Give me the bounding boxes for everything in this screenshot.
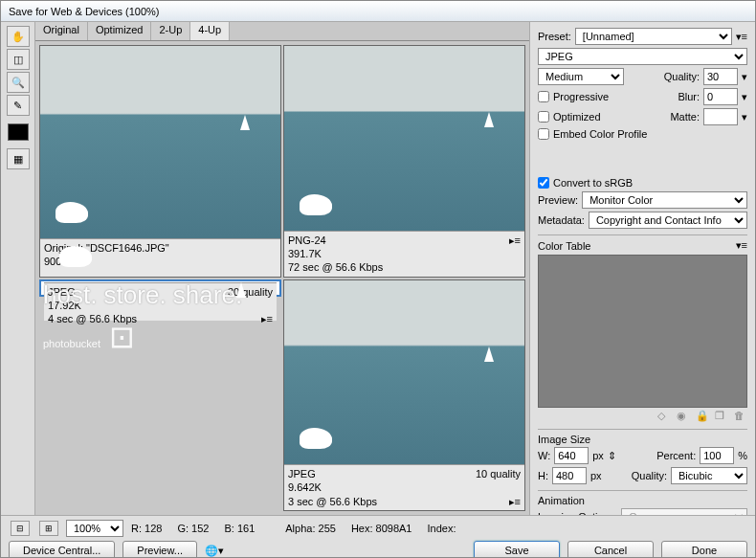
- preview-label: Preview:: [538, 194, 578, 206]
- convert-srgb-label: Convert to sRGB: [553, 177, 633, 189]
- preview-button[interactable]: Preview...: [122, 541, 197, 558]
- width-input[interactable]: [554, 447, 589, 464]
- alpha-value: Alpha: 255: [285, 523, 336, 534]
- window-title: Save for Web & Devices (100%): [9, 6, 160, 17]
- cell-menu-icon[interactable]: ▸≡: [261, 312, 273, 325]
- ct-trash-icon[interactable]: 🗑: [734, 410, 747, 423]
- cell-format: PNG-24: [288, 234, 521, 247]
- preview-jpeg-10[interactable]: 10 quality JPEG 9.642K ▸≡ 3 sec @ 56.6 K…: [283, 279, 525, 512]
- convert-srgb-checkbox[interactable]: [538, 177, 549, 189]
- cancel-button[interactable]: Cancel: [567, 541, 654, 558]
- matte-label: Matte:: [670, 111, 700, 123]
- zoom-in-button[interactable]: ⊞: [39, 521, 58, 536]
- image-size-label: Image Size: [538, 434, 590, 445]
- tab-4up[interactable]: 4-Up: [190, 22, 230, 40]
- optimized-checkbox[interactable]: [538, 111, 549, 123]
- format-select[interactable]: JPEG: [538, 48, 747, 65]
- ct-lock-icon[interactable]: 🔒: [696, 410, 709, 423]
- browser-icon[interactable]: 🌐▾: [205, 545, 224, 557]
- preview-select[interactable]: Monitor Color: [582, 191, 747, 209]
- metadata-label: Metadata:: [538, 214, 585, 226]
- cell-size: 17.92K: [48, 299, 273, 312]
- preset-label: Preset:: [538, 31, 571, 42]
- embed-label: Embed Color Profile: [553, 128, 647, 140]
- save-button[interactable]: Save: [474, 541, 560, 558]
- loop-select: Once: [621, 508, 747, 515]
- eyedropper-tool[interactable]: ✎: [7, 95, 30, 116]
- ct-icon-1[interactable]: ◇: [657, 410, 671, 423]
- g-value: G: 152: [177, 523, 209, 534]
- color-table-menu-icon[interactable]: ▾≡: [736, 239, 747, 252]
- cell-time: 72 sec @ 56.6 Kbps: [288, 260, 521, 274]
- interp-label: Quality:: [632, 470, 667, 481]
- percent-label: Percent:: [656, 450, 696, 461]
- quality-dropdown-icon[interactable]: ▾: [742, 71, 747, 83]
- tab-optimized[interactable]: Optimized: [88, 22, 152, 40]
- hex-value: Hex: 8098A1: [351, 523, 412, 534]
- index-value: Index:: [427, 523, 456, 534]
- height-label: H:: [538, 470, 548, 481]
- progressive-label: Progressive: [553, 91, 609, 102]
- cell-menu-icon[interactable]: ▸≡: [509, 234, 521, 247]
- footer: ⊟ ⊞ 100% R: 128 G: 152 B: 161 Alpha: 255…: [1, 515, 755, 557]
- zoom-out-button[interactable]: ⊟: [11, 521, 30, 536]
- ct-icon-2[interactable]: ◉: [677, 410, 690, 423]
- cell-menu-icon[interactable]: ▸≡: [509, 495, 521, 508]
- matte-swatch[interactable]: [703, 108, 738, 125]
- blur-label: Blur:: [678, 91, 700, 102]
- title-bar: Save for Web & Devices (100%): [1, 1, 755, 22]
- metadata-select[interactable]: Copyright and Contact Info: [589, 212, 747, 229]
- done-button[interactable]: Done: [661, 541, 747, 558]
- blur-input[interactable]: [703, 88, 738, 105]
- color-swatch[interactable]: [8, 123, 29, 141]
- cell-size: 9.642K: [288, 480, 521, 494]
- embed-checkbox[interactable]: [538, 128, 549, 140]
- tool-column: ✋ ◫ 🔍 ✎ ▦: [1, 22, 35, 515]
- slice-tool[interactable]: ◫: [7, 49, 30, 70]
- settings-panel: Preset: [Unnamed] ▾≡ JPEG Medium Quality…: [529, 22, 755, 515]
- quality-input[interactable]: [703, 68, 738, 85]
- preview-original[interactable]: Original: "DSCF1646.JPG" 900K: [39, 45, 281, 278]
- animation-label: Animation: [538, 495, 585, 506]
- color-table: [538, 255, 747, 408]
- height-input[interactable]: [552, 467, 587, 484]
- zoom-select[interactable]: 100%: [66, 520, 123, 537]
- ct-new-icon[interactable]: ❐: [715, 410, 728, 423]
- interp-select[interactable]: Bicubic: [671, 467, 747, 484]
- cell-time: 3 sec @ 56.6 Kbps: [288, 495, 521, 508]
- r-value: R: 128: [131, 523, 162, 534]
- link-icon[interactable]: ⇕: [608, 450, 615, 462]
- optimized-label: Optimized: [553, 111, 601, 123]
- width-label: W:: [538, 450, 550, 461]
- zoom-tool[interactable]: 🔍: [7, 72, 30, 93]
- blur-dropdown-icon[interactable]: ▾: [742, 91, 747, 103]
- preview-panel: Original Optimized 2-Up 4-Up host. store…: [35, 22, 529, 515]
- hand-tool[interactable]: ✋: [7, 26, 30, 47]
- percent-input[interactable]: [700, 447, 734, 464]
- cell-quality: 10 quality: [476, 467, 521, 480]
- b-value: B: 161: [224, 523, 255, 534]
- matte-dropdown-icon[interactable]: ▾: [742, 111, 747, 123]
- cell-size: 391.7K: [288, 247, 521, 260]
- cell-time: 4 sec @ 56.6 Kbps: [48, 312, 273, 325]
- preset-select[interactable]: [Unnamed]: [575, 28, 732, 45]
- color-table-label: Color Table: [538, 240, 590, 252]
- tab-original[interactable]: Original: [35, 22, 88, 40]
- quality-label: Quality:: [664, 71, 700, 82]
- tab-2up[interactable]: 2-Up: [151, 22, 190, 40]
- cell-quality: 30 quality: [228, 285, 273, 299]
- progressive-checkbox[interactable]: [538, 91, 549, 102]
- preview-png24[interactable]: ▸≡ PNG-24 391.7K 72 sec @ 56.6 Kbps: [283, 45, 525, 278]
- view-tabs: Original Optimized 2-Up 4-Up: [35, 22, 529, 41]
- loop-label: Looping Options:: [538, 511, 617, 515]
- compression-select[interactable]: Medium: [538, 68, 624, 85]
- slice-visibility[interactable]: ▦: [7, 148, 30, 169]
- preview-jpeg-30[interactable]: 30 quality JPEG 17.92K ▸≡ 4 sec @ 56.6 K…: [39, 279, 281, 297]
- device-central-button[interactable]: Device Central...: [9, 541, 115, 558]
- preview-grid: host. store. share. photobucket ⊡ Origin…: [35, 41, 529, 515]
- panel-menu-icon[interactable]: ▾≡: [736, 31, 747, 43]
